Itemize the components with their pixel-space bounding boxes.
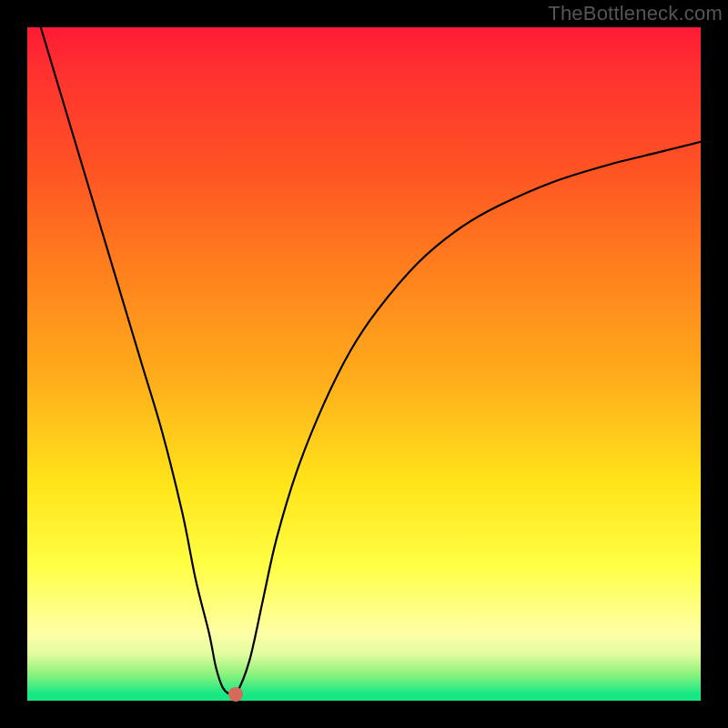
chart-frame: TheBottleneck.com — [0, 0, 728, 728]
watermark-text: TheBottleneck.com — [548, 2, 723, 25]
bottleneck-curve — [27, 27, 701, 701]
plot-area — [27, 27, 701, 701]
optimal-point-marker — [228, 687, 243, 702]
